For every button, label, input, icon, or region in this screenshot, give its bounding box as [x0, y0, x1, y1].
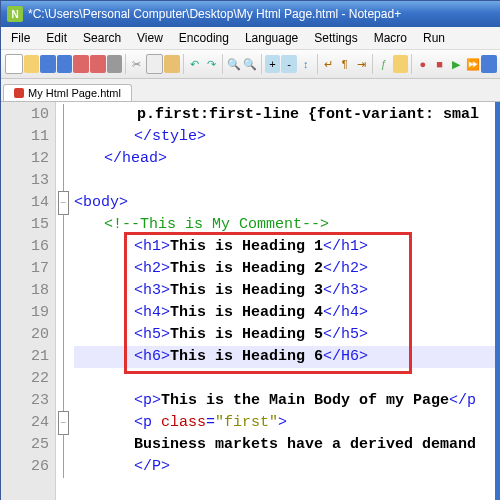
window-title: *C:\Users\Personal Computer\Desktop\My H…	[28, 7, 401, 21]
fold-column: − −	[56, 102, 70, 500]
fold-minus-icon[interactable]: −	[58, 191, 69, 215]
indent-icon[interactable]: ⇥	[354, 55, 370, 73]
menu-macro[interactable]: Macro	[366, 28, 415, 48]
app-icon: N	[7, 6, 23, 22]
toolbar: ✂ ↶ ↷ 🔍 🔍 + - ↕ ↵ ¶ ⇥ ƒ ● ■ ▶ ⏩	[1, 50, 500, 79]
undo-icon[interactable]: ↶	[187, 55, 203, 73]
save-all-icon[interactable]	[57, 55, 73, 73]
print-icon[interactable]	[107, 55, 123, 73]
menu-view[interactable]: View	[129, 28, 171, 48]
code-area[interactable]: p.first:first-line {font-variant: smal <…	[70, 102, 495, 500]
line-gutter: 101112 131415 161718 192021 222324 2526	[1, 102, 56, 500]
macro-stop-icon[interactable]: ■	[432, 55, 448, 73]
menu-file[interactable]: File	[3, 28, 38, 48]
replace-icon[interactable]: 🔍	[242, 55, 258, 73]
menu-settings[interactable]: Settings	[306, 28, 365, 48]
func-icon[interactable]: ƒ	[376, 55, 392, 73]
macro-save-icon[interactable]	[481, 55, 497, 73]
zoom-in-icon[interactable]: +	[265, 55, 281, 73]
wrap-icon[interactable]: ↵	[320, 55, 336, 73]
tab-label: My Html Page.html	[28, 87, 121, 99]
menu-search[interactable]: Search	[75, 28, 129, 48]
menu-language[interactable]: Language	[237, 28, 306, 48]
code-editor[interactable]: 101112 131415 161718 192021 222324 2526 …	[1, 102, 500, 500]
new-icon[interactable]	[5, 54, 23, 74]
close-all-icon[interactable]	[90, 55, 106, 73]
open-icon[interactable]	[24, 55, 40, 73]
show-all-icon[interactable]: ¶	[337, 55, 353, 73]
tab-bar: My Html Page.html	[1, 79, 500, 102]
menu-run[interactable]: Run	[415, 28, 453, 48]
modified-indicator-icon	[14, 88, 24, 98]
redo-icon[interactable]: ↷	[203, 55, 219, 73]
menu-encoding[interactable]: Encoding	[171, 28, 237, 48]
save-icon[interactable]	[40, 55, 56, 73]
copy-icon[interactable]	[146, 54, 164, 74]
paste-icon[interactable]	[164, 55, 180, 73]
macro-rec-icon[interactable]: ●	[415, 55, 431, 73]
cut-icon[interactable]: ✂	[129, 55, 145, 73]
menu-edit[interactable]: Edit	[38, 28, 75, 48]
close-icon[interactable]	[73, 55, 89, 73]
fold-minus-icon[interactable]: −	[58, 411, 69, 435]
macro-play-icon[interactable]: ▶	[448, 55, 464, 73]
window-titlebar: N *C:\Users\Personal Computer\Desktop\My…	[1, 1, 500, 27]
find-icon[interactable]: 🔍	[226, 55, 242, 73]
zoom-out-icon[interactable]: -	[281, 55, 297, 73]
sync-icon[interactable]: ↕	[298, 55, 314, 73]
menubar: File Edit Search View Encoding Language …	[1, 27, 500, 50]
macro-multi-icon[interactable]: ⏩	[465, 55, 481, 73]
tab-file[interactable]: My Html Page.html	[3, 84, 132, 101]
folder-icon[interactable]	[393, 55, 409, 73]
